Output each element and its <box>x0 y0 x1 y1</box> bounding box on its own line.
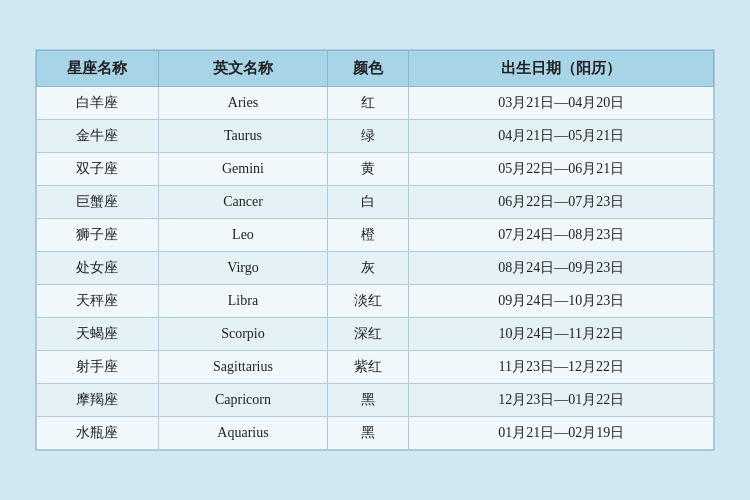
cell-en: Aries <box>158 87 327 120</box>
cell-zh: 白羊座 <box>37 87 159 120</box>
cell-date: 04月21日—05月21日 <box>409 120 714 153</box>
cell-en: Sagittarius <box>158 351 327 384</box>
table-row: 巨蟹座Cancer白06月22日—07月23日 <box>37 186 714 219</box>
header-en: 英文名称 <box>158 51 327 87</box>
cell-en: Cancer <box>158 186 327 219</box>
table-row: 金牛座Taurus绿04月21日—05月21日 <box>37 120 714 153</box>
table-row: 水瓶座Aquarius黑01月21日—02月19日 <box>37 417 714 450</box>
table-row: 双子座Gemini黄05月22日—06月21日 <box>37 153 714 186</box>
cell-en: Scorpio <box>158 318 327 351</box>
cell-date: 12月23日—01月22日 <box>409 384 714 417</box>
header-date: 出生日期（阳历） <box>409 51 714 87</box>
cell-date: 08月24日—09月23日 <box>409 252 714 285</box>
table-row: 白羊座Aries红03月21日—04月20日 <box>37 87 714 120</box>
cell-color: 紫红 <box>328 351 409 384</box>
cell-zh: 双子座 <box>37 153 159 186</box>
cell-zh: 巨蟹座 <box>37 186 159 219</box>
cell-zh: 天秤座 <box>37 285 159 318</box>
cell-date: 03月21日—04月20日 <box>409 87 714 120</box>
cell-date: 11月23日—12月22日 <box>409 351 714 384</box>
table-row: 天秤座Libra淡红09月24日—10月23日 <box>37 285 714 318</box>
table-row: 天蝎座Scorpio深红10月24日—11月22日 <box>37 318 714 351</box>
cell-color: 淡红 <box>328 285 409 318</box>
cell-zh: 金牛座 <box>37 120 159 153</box>
cell-date: 05月22日—06月21日 <box>409 153 714 186</box>
cell-zh: 水瓶座 <box>37 417 159 450</box>
cell-en: Aquarius <box>158 417 327 450</box>
cell-color: 黄 <box>328 153 409 186</box>
cell-zh: 射手座 <box>37 351 159 384</box>
cell-color: 白 <box>328 186 409 219</box>
table-header-row: 星座名称 英文名称 颜色 出生日期（阳历） <box>37 51 714 87</box>
cell-date: 10月24日—11月22日 <box>409 318 714 351</box>
cell-color: 绿 <box>328 120 409 153</box>
cell-zh: 处女座 <box>37 252 159 285</box>
cell-date: 01月21日—02月19日 <box>409 417 714 450</box>
zodiac-table-container: 星座名称 英文名称 颜色 出生日期（阳历） 白羊座Aries红03月21日—04… <box>35 49 715 451</box>
table-row: 摩羯座Capricorn黑12月23日—01月22日 <box>37 384 714 417</box>
table-row: 狮子座Leo橙07月24日—08月23日 <box>37 219 714 252</box>
cell-en: Virgo <box>158 252 327 285</box>
cell-date: 06月22日—07月23日 <box>409 186 714 219</box>
cell-en: Libra <box>158 285 327 318</box>
cell-color: 黑 <box>328 384 409 417</box>
cell-zh: 摩羯座 <box>37 384 159 417</box>
cell-color: 灰 <box>328 252 409 285</box>
cell-date: 09月24日—10月23日 <box>409 285 714 318</box>
table-row: 处女座Virgo灰08月24日—09月23日 <box>37 252 714 285</box>
zodiac-table: 星座名称 英文名称 颜色 出生日期（阳历） 白羊座Aries红03月21日—04… <box>36 50 714 450</box>
header-zh: 星座名称 <box>37 51 159 87</box>
cell-color: 深红 <box>328 318 409 351</box>
cell-en: Taurus <box>158 120 327 153</box>
header-color: 颜色 <box>328 51 409 87</box>
cell-en: Capricorn <box>158 384 327 417</box>
cell-en: Gemini <box>158 153 327 186</box>
cell-color: 黑 <box>328 417 409 450</box>
table-row: 射手座Sagittarius紫红11月23日—12月22日 <box>37 351 714 384</box>
cell-zh: 天蝎座 <box>37 318 159 351</box>
cell-date: 07月24日—08月23日 <box>409 219 714 252</box>
cell-en: Leo <box>158 219 327 252</box>
cell-zh: 狮子座 <box>37 219 159 252</box>
cell-color: 红 <box>328 87 409 120</box>
cell-color: 橙 <box>328 219 409 252</box>
